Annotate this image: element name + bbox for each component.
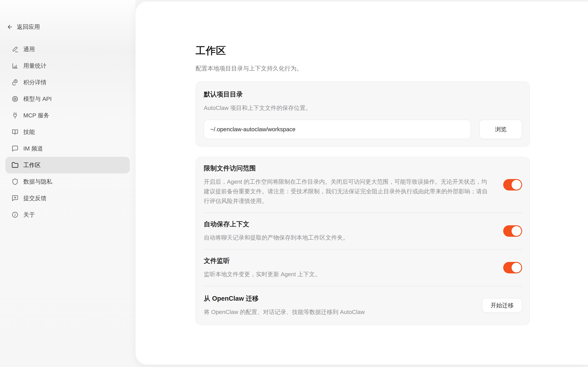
chat-bubble-icon (12, 145, 18, 152)
settings-sidebar: 返回应用 通用 用量统计 积分详情 (0, 0, 135, 367)
folder-icon (12, 162, 18, 169)
file-watch-title: 文件监听 (204, 256, 492, 265)
migrate-from-openclaw-row: 从 OpenClaw 迁移 将 OpenClaw 的配置、对话记录、技能等数据迁… (204, 286, 522, 325)
sidebar-item-label: 数据与隐私 (23, 178, 52, 185)
auto-save-context-title: 自动保存上下文 (204, 220, 492, 229)
workspace-settings-panel: 工作区 配置本地项目目录与上下文持久化行为。 默认项目目录 AutoClaw 项… (135, 1, 588, 365)
sidebar-item-general[interactable]: 通用 (5, 41, 130, 58)
restrict-file-access-row: 限制文件访问范围 开启后，Agent 的工作空间将限制在工作目录内。关闭后可访问… (204, 157, 522, 213)
sidebar-item-about[interactable]: 关于 (5, 207, 130, 223)
sidebar-item-label: 提交反馈 (23, 194, 47, 202)
migrate-from-openclaw-text: 从 OpenClaw 迁移 将 OpenClaw 的配置、对话记录、技能等数据迁… (204, 294, 471, 317)
cpu-icon (12, 95, 18, 102)
sidebar-item-label: IM 频道 (23, 145, 43, 152)
workspace-options-card: 限制文件访问范围 开启后，Agent 的工作空间将限制在工作目录内。关闭后可访问… (196, 157, 530, 325)
back-to-app-link[interactable]: 返回应用 (7, 22, 40, 32)
sidebar-item-workspace[interactable]: 工作区 (5, 157, 130, 173)
restrict-file-access-text: 限制文件访问范围 开启后，Agent 的工作空间将限制在工作目录内。关闭后可访问… (204, 164, 492, 206)
workspace-path-input[interactable] (204, 120, 471, 139)
file-watch-description: 监听本地文件变更，实时更新 Agent 上下文。 (204, 269, 492, 279)
default-directory-title: 默认项目目录 (204, 90, 522, 99)
back-link-label: 返回应用 (17, 23, 40, 31)
toggle-thumb (512, 263, 521, 273)
start-migration-button[interactable]: 开始迁移 (482, 298, 522, 313)
page-title: 工作区 (196, 44, 530, 58)
sidebar-item-label: MCP 服务 (23, 112, 49, 119)
sidebar-item-label: 工作区 (23, 161, 41, 169)
sidebar-item-feedback[interactable]: 提交反馈 (5, 190, 130, 207)
sidebar-item-label: 技能 (23, 128, 35, 136)
toggle-thumb (512, 226, 521, 236)
file-watch-text: 文件监听 监听本地文件变更，实时更新 Agent 上下文。 (204, 256, 492, 279)
sidebar-item-label: 关于 (23, 211, 35, 219)
plug-icon (12, 112, 18, 119)
directory-path-row: 浏览 (204, 120, 522, 139)
migrate-from-openclaw-description: 将 OpenClaw 的配置、对话记录、技能等数据迁移到 AutoClaw (204, 307, 471, 317)
page-subtitle: 配置本地项目目录与上下文持久化行为。 (196, 65, 530, 72)
sidebar-item-models-api[interactable]: 模型与 API (5, 91, 130, 107)
book-open-icon (12, 129, 18, 135)
shield-icon (12, 178, 18, 185)
sidebar-item-label: 通用 (23, 45, 35, 53)
auto-save-context-row: 自动保存上下文 自动将聊天记录和提取的产物保存到本地工作区文件夹。 (204, 213, 522, 250)
browse-button[interactable]: 浏览 (479, 120, 522, 139)
pencil-icon (12, 46, 18, 53)
toggle-thumb (512, 180, 521, 190)
info-icon (12, 211, 18, 218)
sidebar-item-data-privacy[interactable]: 数据与隐私 (5, 173, 130, 190)
default-directory-description: AutoClaw 项目和上下文文件的保存位置。 (204, 104, 522, 113)
sidebar-nav: 通用 用量统计 积分详情 模型与 API (0, 41, 135, 223)
auto-save-context-text: 自动保存上下文 自动将聊天记录和提取的产物保存到本地工作区文件夹。 (204, 220, 492, 242)
sidebar-item-skills[interactable]: 技能 (5, 124, 130, 140)
sidebar-item-usage-stats[interactable]: 用量统计 (5, 58, 130, 74)
sidebar-item-label: 积分详情 (23, 78, 47, 86)
sidebar-item-label: 用量统计 (23, 62, 47, 70)
settings-window: 返回应用 通用 用量统计 积分详情 (0, 0, 588, 367)
migrate-from-openclaw-title: 从 OpenClaw 迁移 (204, 294, 471, 303)
restrict-file-access-toggle[interactable] (503, 179, 522, 191)
bar-chart-icon (12, 62, 18, 69)
sidebar-item-im-channels[interactable]: IM 频道 (5, 140, 130, 157)
file-watch-row: 文件监听 监听本地文件变更，实时更新 Agent 上下文。 (204, 250, 522, 286)
feedback-icon (12, 195, 18, 202)
file-watch-toggle[interactable] (503, 262, 522, 273)
sidebar-item-mcp-services[interactable]: MCP 服务 (5, 107, 130, 124)
sidebar-item-credits[interactable]: 积分详情 (5, 74, 130, 91)
default-directory-card: 默认项目目录 AutoClaw 项目和上下文文件的保存位置。 浏览 (196, 82, 530, 147)
restrict-file-access-title: 限制文件访问范围 (204, 164, 492, 173)
auto-save-context-description: 自动将聊天记录和提取的产物保存到本地工作区文件夹。 (204, 233, 492, 242)
arrow-left-icon (7, 24, 13, 30)
auto-save-context-toggle[interactable] (503, 225, 522, 237)
coins-icon (12, 79, 18, 86)
restrict-file-access-description: 开启后，Agent 的工作空间将限制在工作目录内。关闭后可访问更大范围，可能导致… (204, 177, 492, 206)
sidebar-item-label: 模型与 API (23, 95, 52, 103)
